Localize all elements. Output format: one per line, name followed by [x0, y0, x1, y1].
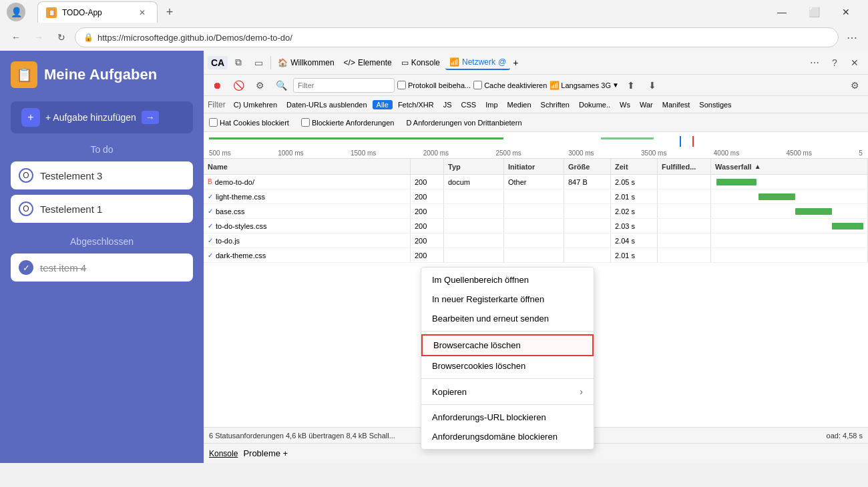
- network-row-5[interactable]: ✓ dark-theme.css 200 2.01 s: [204, 248, 868, 263]
- network-filter-button[interactable]: ⚙: [250, 76, 269, 95]
- network-search-button[interactable]: 🔍: [272, 76, 290, 95]
- problems-button[interactable]: Probleme +: [243, 448, 288, 458]
- row-time-1: 2.01 s: [611, 189, 658, 203]
- refresh-button[interactable]: ↻: [52, 28, 71, 47]
- third-party-label: D Anforderungen von Drittanbietern: [406, 119, 521, 127]
- filter-ws[interactable]: Ws: [616, 100, 634, 109]
- close-button[interactable]: ✕: [831, 3, 861, 21]
- row-waterfall-2: [711, 204, 868, 218]
- network-download-icon[interactable]: ⬇: [643, 76, 662, 95]
- minimize-button[interactable]: —: [767, 3, 797, 21]
- network-settings-icon[interactable]: ⚙: [845, 76, 864, 95]
- row-name-3: ✓ to-do-styles.css: [204, 219, 411, 233]
- umkehren-btn[interactable]: C) Umkehren: [230, 99, 281, 110]
- devtools-close-button[interactable]: ✕: [845, 53, 864, 72]
- browser-tab[interactable]: 📋 TODO-App ✕: [37, 1, 158, 23]
- filter-schriften[interactable]: Schriften: [537, 100, 574, 109]
- row-waterfall-3: [711, 219, 868, 233]
- network-toolbar: ⏺ 🚫 ⚙ 🔍 Protokoll beibeha... Cache deakt…: [204, 75, 868, 96]
- task-item-testitem4[interactable]: ✓ test item 4: [11, 254, 193, 282]
- tab-close-button[interactable]: ✕: [136, 6, 149, 19]
- devtools-tab-netzwerk[interactable]: 📶 Netzwerk @: [445, 55, 510, 70]
- cm-clear-cache[interactable]: Browsercache löschen: [421, 334, 594, 356]
- network-row-4[interactable]: ✓ to-do.js 200 2.04 s: [204, 233, 868, 248]
- timeline-green-bar-2: [601, 137, 653, 139]
- devtools-more-button[interactable]: ⋯: [805, 53, 824, 72]
- profile-avatar[interactable]: 👤: [7, 3, 25, 21]
- throttle-dropdown-icon[interactable]: ▼: [612, 81, 619, 89]
- new-tab-button[interactable]: +: [160, 3, 179, 21]
- filter-imp[interactable]: Imp: [481, 100, 501, 109]
- row-fulfilled-4: [658, 233, 711, 248]
- network-record-button[interactable]: ⏺: [208, 76, 226, 95]
- cm-clear-cookies[interactable]: Browsercookies löschen: [421, 356, 594, 376]
- header-name[interactable]: Name: [204, 159, 411, 174]
- task-item-testelement3[interactable]: O Testelement 3: [11, 161, 193, 189]
- filter-medien[interactable]: Medien: [503, 100, 535, 109]
- cm-copy[interactable]: Kopieren ›: [421, 382, 594, 402]
- back-button[interactable]: ←: [7, 28, 25, 47]
- add-task-button[interactable]: + + Aufgabe hinzufügen →: [11, 101, 193, 133]
- filter-css[interactable]: CSS: [457, 100, 481, 109]
- devtools-copy-icon[interactable]: ⧉: [229, 53, 248, 72]
- devtools-tab-willkommen[interactable]: 🏠 Willkommen: [274, 56, 338, 69]
- row-type-3: [444, 219, 504, 233]
- network-row-2[interactable]: ✓ base.css 200 2.02 s: [204, 204, 868, 219]
- network-filter-input[interactable]: [293, 78, 395, 93]
- waterfall-bar-2: [795, 208, 832, 215]
- devtools-help-button[interactable]: ?: [825, 53, 844, 72]
- more-options-button[interactable]: ⋯: [843, 28, 861, 47]
- devtools-tab-elemente[interactable]: </> Elemente: [340, 56, 396, 69]
- filter-war[interactable]: War: [636, 100, 657, 109]
- cookies-blocked-checkbox[interactable]: Hat Cookies blockiert: [209, 118, 289, 127]
- ca-badge: CA: [208, 56, 228, 69]
- header-fulfilled[interactable]: Fulfilled...: [658, 159, 711, 174]
- timeline-1500ms: 1500 ms: [351, 149, 376, 157]
- row-name-0: B demo-to-do/: [204, 175, 411, 189]
- daten-urls-btn[interactable]: Daten-URLs ausblenden: [282, 99, 371, 110]
- filter-dok[interactable]: Dokume..: [575, 100, 614, 109]
- row-time-2: 2.02 s: [611, 204, 658, 218]
- url-text: https://microsoftedge.github.io/Demos/de…: [97, 33, 830, 43]
- throttle-select-area[interactable]: Filter 📶 Langsames 3G ▼: [550, 81, 619, 90]
- blocked-requests-checkbox[interactable]: Blockierte Anforderungen: [301, 118, 395, 127]
- header-waterfall[interactable]: Wasserfall ▲: [711, 159, 868, 174]
- devtools-tab-konsole[interactable]: ▭ Konsole: [397, 56, 444, 69]
- row-name-1: ✓ light-theme.css: [204, 189, 411, 203]
- header-initiator[interactable]: Initiator: [504, 159, 564, 174]
- network-clear-button[interactable]: 🚫: [229, 76, 248, 95]
- filter-js[interactable]: JS: [439, 100, 456, 109]
- header-groesse[interactable]: Größe: [564, 159, 611, 174]
- network-row-0[interactable]: B demo-to-do/ 200 docum Other 847 B 2.05…: [204, 175, 868, 189]
- disable-cache-checkbox[interactable]: Cache deaktivieren: [473, 81, 547, 89]
- row-fulfilled-1: [658, 189, 711, 203]
- filter-manifest[interactable]: Manifest: [658, 100, 694, 109]
- devtools-dock-icon[interactable]: ▭: [249, 53, 268, 72]
- preserve-log-checkbox[interactable]: Protokoll beibeha...: [397, 81, 471, 89]
- cm-resend[interactable]: Bearbeiten und erneut senden: [421, 309, 594, 328]
- cm-open-tab[interactable]: In neuer Registerkarte öffnen: [421, 290, 594, 309]
- completed-section-title: Abgeschlossen: [11, 236, 193, 247]
- todo-section-title: To do: [11, 144, 193, 155]
- cm-open-source[interactable]: Im Quellenbereich öffnen: [421, 270, 594, 290]
- task-item-testelement1[interactable]: O Testelement 1: [11, 195, 193, 223]
- network-row-3[interactable]: ✓ to-do-styles.css 200 2.03 s: [204, 219, 868, 233]
- filter-fetch-xhr[interactable]: Fetch/XHR: [394, 100, 438, 109]
- url-bar[interactable]: 🔒 https://microsoftedge.github.io/Demos/…: [75, 27, 839, 47]
- forward-button[interactable]: →: [29, 28, 48, 47]
- filter-sonstiges[interactable]: Sonstiges: [695, 100, 735, 109]
- filter-all[interactable]: Alle: [373, 100, 393, 109]
- network-upload-icon[interactable]: ⬆: [622, 76, 640, 95]
- console-link[interactable]: Konsole: [209, 449, 238, 458]
- header-typ[interactable]: Typ: [444, 159, 504, 174]
- copy-submenu-arrow: ›: [580, 386, 583, 397]
- row-fulfilled-2: [658, 204, 711, 218]
- cm-block-domain[interactable]: Anforderungsdomäne blockieren: [421, 427, 594, 446]
- header-zeit[interactable]: Zeit: [611, 159, 658, 174]
- cm-block-url[interactable]: Anforderungs-URL blockieren: [421, 408, 594, 427]
- header-status[interactable]: [411, 159, 444, 174]
- maximize-button[interactable]: ⬜: [799, 3, 829, 21]
- tab-icon: 📋: [46, 7, 57, 18]
- row-initiator-2: [504, 204, 564, 218]
- network-row-1[interactable]: ✓ light-theme.css 200 2.01 s: [204, 189, 868, 204]
